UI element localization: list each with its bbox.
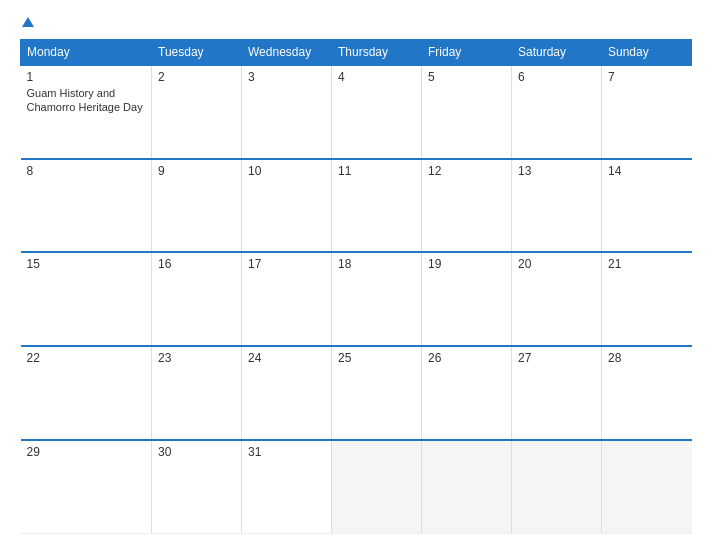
day-number: 12 [428, 164, 505, 178]
event-label: Guam History and Chamorro Heritage Day [27, 86, 146, 115]
week-row-1: 1Guam History and Chamorro Heritage Day2… [21, 65, 692, 159]
calendar-cell: 23 [152, 346, 242, 440]
day-number: 5 [428, 70, 505, 84]
logo-top [20, 16, 34, 29]
day-number: 23 [158, 351, 235, 365]
calendar-cell: 7 [602, 65, 692, 159]
calendar-cell: 31 [242, 440, 332, 534]
calendar-header [20, 16, 692, 29]
day-number: 14 [608, 164, 686, 178]
day-number: 9 [158, 164, 235, 178]
calendar-cell: 11 [332, 159, 422, 253]
calendar-cell: 1Guam History and Chamorro Heritage Day [21, 65, 152, 159]
calendar-cell: 25 [332, 346, 422, 440]
calendar-cell: 15 [21, 252, 152, 346]
calendar-cell: 6 [512, 65, 602, 159]
calendar-cell [512, 440, 602, 534]
calendar-cell: 16 [152, 252, 242, 346]
calendar-cell: 4 [332, 65, 422, 159]
weekday-header-row: MondayTuesdayWednesdayThursdayFridaySatu… [21, 40, 692, 66]
day-number: 24 [248, 351, 325, 365]
calendar-cell: 30 [152, 440, 242, 534]
day-number: 20 [518, 257, 595, 271]
calendar-cell: 13 [512, 159, 602, 253]
calendar-cell: 29 [21, 440, 152, 534]
calendar-cell: 28 [602, 346, 692, 440]
day-number: 1 [27, 70, 146, 84]
day-number: 31 [248, 445, 325, 459]
calendar-cell: 26 [422, 346, 512, 440]
calendar-cell: 14 [602, 159, 692, 253]
calendar-cell [602, 440, 692, 534]
calendar-cell: 2 [152, 65, 242, 159]
calendar-cell: 18 [332, 252, 422, 346]
calendar-cell: 3 [242, 65, 332, 159]
week-row-3: 15161718192021 [21, 252, 692, 346]
weekday-header-wednesday: Wednesday [242, 40, 332, 66]
day-number: 6 [518, 70, 595, 84]
calendar-cell: 12 [422, 159, 512, 253]
weekday-header-thursday: Thursday [332, 40, 422, 66]
weekday-header-tuesday: Tuesday [152, 40, 242, 66]
week-row-4: 22232425262728 [21, 346, 692, 440]
calendar-table: MondayTuesdayWednesdayThursdayFridaySatu… [20, 39, 692, 534]
weekday-header-friday: Friday [422, 40, 512, 66]
logo-triangle-icon [22, 17, 34, 27]
calendar-cell [332, 440, 422, 534]
calendar-cell: 20 [512, 252, 602, 346]
day-number: 11 [338, 164, 415, 178]
calendar-cell: 10 [242, 159, 332, 253]
calendar-cell: 5 [422, 65, 512, 159]
weekday-header-saturday: Saturday [512, 40, 602, 66]
day-number: 22 [27, 351, 146, 365]
day-number: 13 [518, 164, 595, 178]
day-number: 3 [248, 70, 325, 84]
day-number: 4 [338, 70, 415, 84]
calendar-cell: 24 [242, 346, 332, 440]
day-number: 27 [518, 351, 595, 365]
day-number: 16 [158, 257, 235, 271]
day-number: 30 [158, 445, 235, 459]
logo [20, 16, 34, 29]
day-number: 8 [27, 164, 146, 178]
weekday-header-sunday: Sunday [602, 40, 692, 66]
day-number: 28 [608, 351, 686, 365]
week-row-5: 293031 [21, 440, 692, 534]
day-number: 29 [27, 445, 146, 459]
day-number: 17 [248, 257, 325, 271]
calendar-cell: 19 [422, 252, 512, 346]
day-number: 25 [338, 351, 415, 365]
day-number: 2 [158, 70, 235, 84]
day-number: 19 [428, 257, 505, 271]
day-number: 15 [27, 257, 146, 271]
calendar-cell: 9 [152, 159, 242, 253]
weekday-header-monday: Monday [21, 40, 152, 66]
calendar-cell: 21 [602, 252, 692, 346]
day-number: 18 [338, 257, 415, 271]
calendar-page: MondayTuesdayWednesdayThursdayFridaySatu… [0, 0, 712, 550]
calendar-cell: 17 [242, 252, 332, 346]
calendar-cell: 8 [21, 159, 152, 253]
calendar-cell: 22 [21, 346, 152, 440]
week-row-2: 891011121314 [21, 159, 692, 253]
calendar-cell [422, 440, 512, 534]
day-number: 21 [608, 257, 686, 271]
day-number: 26 [428, 351, 505, 365]
day-number: 10 [248, 164, 325, 178]
calendar-cell: 27 [512, 346, 602, 440]
day-number: 7 [608, 70, 686, 84]
